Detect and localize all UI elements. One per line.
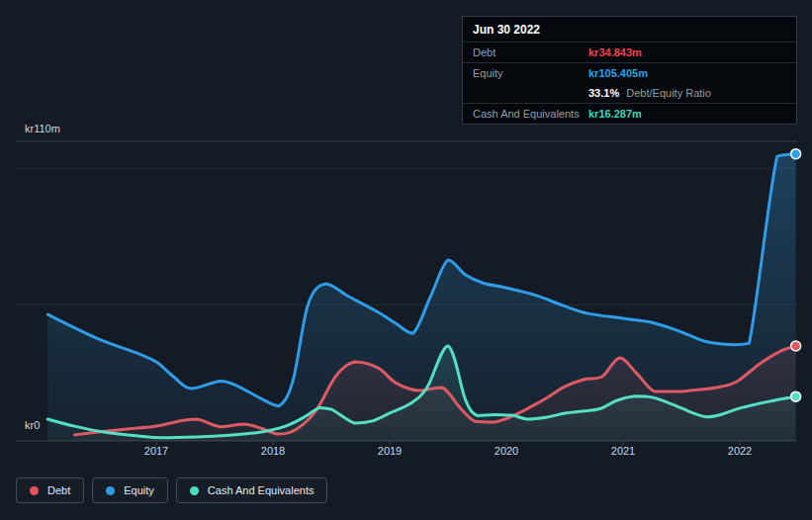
tooltip-cash-value: kr16.287m <box>588 108 642 120</box>
x-tick-label-2019: 2019 <box>378 445 402 457</box>
area-fills <box>47 154 795 441</box>
tooltip-equity-value: kr105.405m <box>588 67 648 79</box>
tooltip-row-equity: Equity kr105.405m <box>463 63 796 83</box>
tooltip-debt-value: kr34.843m <box>588 46 642 58</box>
x-axis-ticks <box>156 441 740 446</box>
equity-end-marker <box>791 149 801 159</box>
tooltip-row-cash: Cash And Equivalents kr16.287m <box>463 104 796 124</box>
tooltip-cash-label: Cash And Equivalents <box>473 108 588 120</box>
legend-cash-label: Cash And Equivalents <box>208 484 315 496</box>
tooltip-ratio-value: 33.1% <box>588 87 619 99</box>
y-axis-label-bottom: kr0 <box>25 419 40 431</box>
tooltip-equity-label: Equity <box>473 67 588 79</box>
legend-item-debt[interactable]: Debt <box>16 477 84 503</box>
tooltip-debt-label: Debt <box>473 46 588 58</box>
x-tick-label-2021: 2021 <box>611 445 635 457</box>
legend-item-cash[interactable]: Cash And Equivalents <box>176 477 328 503</box>
debt-end-marker <box>791 341 801 351</box>
debt-dot-icon <box>30 486 39 495</box>
x-tick-label-2018: 2018 <box>261 445 285 457</box>
chart-panel: kr110m kr0 201720182019202020212022 Jun … <box>0 0 812 520</box>
cash-dot-icon <box>190 486 199 495</box>
cash-and-equivalents-end-marker <box>791 391 801 401</box>
tooltip-row-ratio: 33.1% Debt/Equity Ratio <box>463 83 796 104</box>
y-axis-label-top: kr110m <box>25 123 60 134</box>
x-tick-label-2022: 2022 <box>728 445 752 457</box>
legend-debt-label: Debt <box>47 484 70 496</box>
chart-tooltip: Jun 30 2022 Debt kr34.843m Equity kr105.… <box>462 16 797 125</box>
tooltip-row-debt: Debt kr34.843m <box>463 43 796 63</box>
tooltip-ratio-caption: Debt/Equity Ratio <box>626 87 711 99</box>
legend-item-equity[interactable]: Equity <box>92 477 168 503</box>
equity-dot-icon <box>106 486 115 495</box>
legend-equity-label: Equity <box>124 484 154 496</box>
tooltip-date: Jun 30 2022 <box>463 17 796 43</box>
x-tick-label-2020: 2020 <box>495 445 518 457</box>
legend: Debt Equity Cash And Equivalents <box>16 477 327 503</box>
x-tick-label-2017: 2017 <box>144 445 168 457</box>
